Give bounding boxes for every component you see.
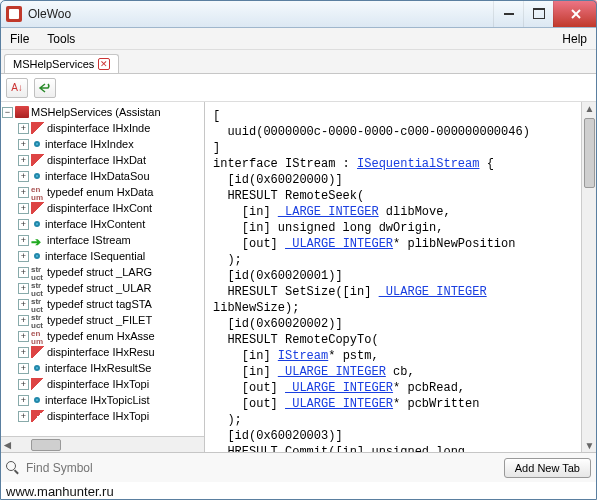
link-ularge-integer-4[interactable]: ULARGE INTEGER xyxy=(285,381,393,395)
expander-icon[interactable]: + xyxy=(18,395,29,406)
expander-icon[interactable]: + xyxy=(18,299,29,310)
tree-item[interactable]: +dispinterface IHxDat xyxy=(2,152,204,168)
tree-item[interactable]: +dispinterface IHxResu xyxy=(2,344,204,360)
tree-item-label: interface IHxResultSe xyxy=(45,360,151,376)
tree-h-scrollbar[interactable]: ◄ xyxy=(0,436,204,452)
back-arrow-icon xyxy=(38,82,52,94)
expander-icon[interactable]: − xyxy=(2,107,13,118)
expander-icon[interactable]: + xyxy=(18,139,29,150)
titlebar: OleWoo xyxy=(0,0,597,28)
menubar: File Tools Help xyxy=(0,28,597,50)
tree-item-label: dispinterface IHxTopi xyxy=(47,408,149,424)
tree-item[interactable]: +dispinterface IHxTopi xyxy=(2,408,204,424)
tree-item[interactable]: +enumtypedef enum HxAsse xyxy=(2,328,204,344)
minimize-button[interactable] xyxy=(493,0,523,27)
find-symbol-input[interactable] xyxy=(26,461,498,475)
watermark: www.manhunter.ru xyxy=(0,482,597,500)
tree-item-label: dispinterface IHxInde xyxy=(47,120,150,136)
tree-item-label: interface ISequential xyxy=(45,248,145,264)
tree-item[interactable]: +structtypedef struct _ULAR xyxy=(2,280,204,296)
scroll-down-icon[interactable]: ▼ xyxy=(582,440,597,451)
tree-item[interactable]: +structtypedef struct _FILET xyxy=(2,312,204,328)
scroll-thumb[interactable] xyxy=(584,118,595,188)
expander-icon[interactable]: + xyxy=(18,219,29,230)
tree-item-label: interface IHxTopicList xyxy=(45,392,150,408)
tree-item-label: typedef struct tagSTA xyxy=(47,296,152,312)
footer: Add New Tab xyxy=(0,452,597,482)
menu-tools[interactable]: Tools xyxy=(47,32,75,46)
link-large-integer[interactable]: LARGE INTEGER xyxy=(278,205,379,219)
scroll-thumb[interactable] xyxy=(31,439,61,451)
expander-icon[interactable]: + xyxy=(18,187,29,198)
expander-icon[interactable]: + xyxy=(18,363,29,374)
tree-item-label: dispinterface IHxDat xyxy=(47,152,146,168)
tree-item-label: interface IStream xyxy=(47,232,131,248)
menu-help[interactable]: Help xyxy=(562,32,587,46)
link-isequentialstream[interactable]: ISequentialStream xyxy=(357,157,479,171)
link-ularge-integer-2[interactable]: ULARGE INTEGER xyxy=(379,285,487,299)
tab-close-icon[interactable]: ✕ xyxy=(98,58,110,70)
tree-item-label: typedef struct _LARG xyxy=(47,264,152,280)
tab-label: MSHelpServices xyxy=(13,58,94,70)
tree-item-label: dispinterface IHxCont xyxy=(47,200,152,216)
toolbar: A↓ xyxy=(0,74,597,102)
expander-icon[interactable]: + xyxy=(18,379,29,390)
tree-item[interactable]: +interface IHxIndex xyxy=(2,136,204,152)
add-new-tab-button[interactable]: Add New Tab xyxy=(504,458,591,478)
link-istream[interactable]: IStream xyxy=(278,349,328,363)
link-ularge-integer-3[interactable]: ULARGE INTEGER xyxy=(278,365,386,379)
tree-item-label: dispinterface IHxResu xyxy=(47,344,155,360)
tree-item[interactable]: +enumtypedef enum HxData xyxy=(2,184,204,200)
expander-icon[interactable]: + xyxy=(18,283,29,294)
tree-item-label: interface IHxIndex xyxy=(45,136,134,152)
expander-icon[interactable]: + xyxy=(18,251,29,262)
code-panel: [ uuid(0000000c-0000-0000-c000-000000000… xyxy=(205,102,597,452)
tree-item[interactable]: +interface IHxContent xyxy=(2,216,204,232)
tree-item-label: interface IHxDataSou xyxy=(45,168,150,184)
tree-item[interactable]: +dispinterface IHxInde xyxy=(2,120,204,136)
back-button[interactable] xyxy=(34,78,56,98)
tree-item[interactable]: +structtypedef struct tagSTA xyxy=(2,296,204,312)
tree-item-label: typedef enum HxData xyxy=(47,184,153,200)
close-button[interactable] xyxy=(553,0,597,27)
tree-item-label: typedef struct _FILET xyxy=(47,312,152,328)
code-view[interactable]: [ uuid(0000000c-0000-0000-c000-000000000… xyxy=(205,102,597,452)
tree-item-label: typedef struct _ULAR xyxy=(47,280,152,296)
tree-item-label: typedef enum HxAsse xyxy=(47,328,155,344)
expander-icon[interactable]: + xyxy=(18,123,29,134)
tree-item[interactable]: +structtypedef struct _LARG xyxy=(2,264,204,280)
link-ularge-integer[interactable]: ULARGE INTEGER xyxy=(285,237,393,251)
tabstrip: MSHelpServices ✕ xyxy=(0,50,597,74)
expander-icon[interactable]: + xyxy=(18,315,29,326)
expander-icon[interactable]: + xyxy=(18,235,29,246)
link-ularge-integer-5[interactable]: ULARGE INTEGER xyxy=(285,397,393,411)
scroll-up-icon[interactable]: ▲ xyxy=(582,103,597,114)
maximize-button[interactable] xyxy=(523,0,553,27)
expander-icon[interactable]: + xyxy=(18,331,29,342)
tree-item[interactable]: +➔interface IStream xyxy=(2,232,204,248)
tree-item[interactable]: +interface IHxDataSou xyxy=(2,168,204,184)
tree-root[interactable]: − MSHelpServices (Assistan xyxy=(2,104,204,120)
expander-icon[interactable]: + xyxy=(18,203,29,214)
sort-button[interactable]: A↓ xyxy=(6,78,28,98)
tree-item[interactable]: +interface IHxResultSe xyxy=(2,360,204,376)
tree-root-label: MSHelpServices (Assistan xyxy=(31,104,161,120)
tree-item-label: interface IHxContent xyxy=(45,216,145,232)
expander-icon[interactable]: + xyxy=(18,267,29,278)
scroll-left-icon[interactable]: ◄ xyxy=(0,438,15,452)
tree-item[interactable]: +dispinterface IHxCont xyxy=(2,200,204,216)
expander-icon[interactable]: + xyxy=(18,411,29,422)
tree-item-label: dispinterface IHxTopi xyxy=(47,376,149,392)
expander-icon[interactable]: + xyxy=(18,155,29,166)
expander-icon[interactable]: + xyxy=(18,347,29,358)
sort-icon: A↓ xyxy=(11,82,23,93)
tree-panel: − MSHelpServices (Assistan +dispinterfac… xyxy=(0,102,205,452)
tree-item[interactable]: +interface ISequential xyxy=(2,248,204,264)
code-v-scrollbar[interactable]: ▲ ▼ xyxy=(581,102,597,452)
tree-item[interactable]: +dispinterface IHxTopi xyxy=(2,376,204,392)
expander-icon[interactable]: + xyxy=(18,171,29,182)
tree-item[interactable]: +interface IHxTopicList xyxy=(2,392,204,408)
app-icon xyxy=(6,6,22,22)
menu-file[interactable]: File xyxy=(10,32,29,46)
tab-mshelpservices[interactable]: MSHelpServices ✕ xyxy=(4,54,119,73)
